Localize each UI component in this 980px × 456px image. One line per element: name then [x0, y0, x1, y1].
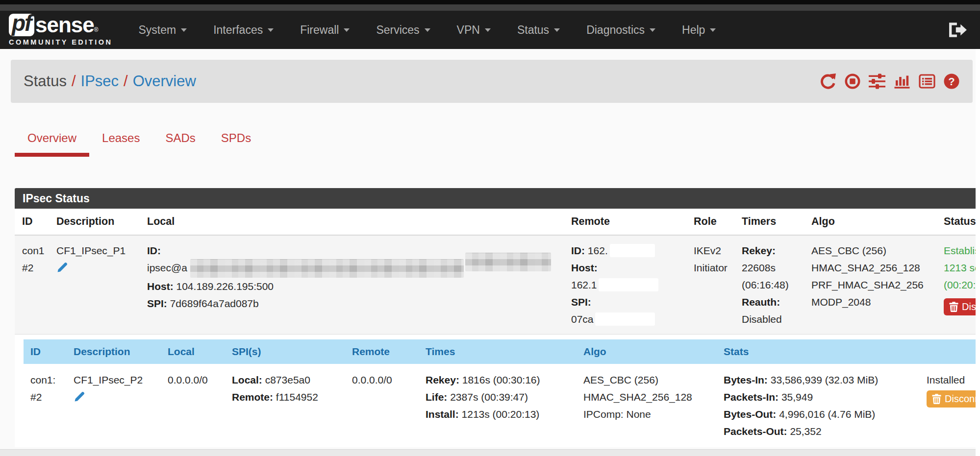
list-icon[interactable]: [918, 73, 936, 90]
algo-hash: HMAC_SHA2_256_128: [811, 259, 929, 276]
col-status: Status: [936, 209, 976, 235]
reauth-label: Reauth:: [742, 296, 780, 308]
nav-label: System: [138, 24, 176, 37]
pfsense-logo[interactable]: pf sense ® COMMUNITY EDITION: [9, 14, 112, 46]
breadcrumb-separator: /: [67, 72, 81, 90]
nav-label: VPN: [457, 24, 480, 37]
sliders-icon[interactable]: [868, 73, 886, 90]
cell-local: 0.0.0.0/0: [161, 364, 225, 447]
nav-interfaces[interactable]: Interfaces: [200, 24, 287, 37]
local-host-label: Host:: [147, 281, 174, 292]
spi-local-value: c873e5a0: [265, 374, 310, 385]
redacted-blur: [190, 259, 464, 278]
child-sa-row: con1: #2 CF1_IPsec_P2 0.0.0.0/0: [24, 364, 976, 447]
nav-menu: System Interfaces Firewall Services VPN …: [125, 24, 729, 37]
col-remote: Remote: [345, 339, 419, 364]
cell-stats: Bytes-In: 33,586,939 (32.03 MiB) Packets…: [717, 364, 920, 447]
col-id: ID: [24, 339, 67, 364]
conn-id: con1:: [30, 371, 60, 388]
ike-sa-row: con1 #2 CF1_IPsec_P1 ID: ipsec@a: [15, 235, 976, 335]
install-value: 1213s (00:20:13): [462, 408, 540, 420]
svg-text:?: ?: [948, 75, 955, 88]
nav-firewall[interactable]: Firewall: [287, 24, 363, 37]
remote-net: 0.0.0.0/0: [352, 371, 412, 388]
tab-overview[interactable]: Overview: [15, 131, 89, 157]
cell-local: ID: ipsec@a Host: 104.189.226.195:500 SP…: [140, 235, 564, 335]
page-title: Status/IPsec/Overview: [24, 72, 196, 90]
algo-ipcomp: IPComp: None: [583, 406, 710, 423]
col-description: Description: [67, 339, 161, 364]
install-label: Install:: [426, 408, 459, 420]
col-timers: Timers: [734, 209, 804, 235]
page-content: Status/IPsec/Overview ? Overview Leases …: [0, 49, 976, 456]
tab-leases[interactable]: Leases: [89, 131, 152, 157]
col-remote: Remote: [564, 209, 686, 235]
pencil-icon[interactable]: [74, 390, 85, 408]
ike-sa-table: ID Description Local Remote Role Timers …: [15, 209, 976, 335]
rekey-value: 22608s: [742, 259, 797, 276]
cell-timers: Rekey: 22608s (06:16:48) Reauth: Disable…: [734, 235, 804, 335]
redacted-blur: [465, 253, 551, 271]
status-state: Installed: [927, 371, 976, 388]
tab-spds[interactable]: SPDs: [208, 131, 264, 157]
chevron-down-icon: [268, 28, 274, 32]
question-icon[interactable]: ?: [943, 73, 960, 90]
tab-bar: Overview Leases SADs SPDs: [15, 131, 976, 157]
nav-system[interactable]: System: [125, 24, 200, 37]
cell-id: con1 #2: [15, 235, 49, 335]
conn-num: #2: [22, 259, 42, 276]
brand-top: pf sense ®: [9, 14, 112, 36]
nav-label: Services: [376, 24, 419, 37]
child-sa-table: ID Description Local SPI(s) Remote Times…: [24, 339, 976, 447]
page-bottom-band: [0, 449, 976, 456]
nav-services[interactable]: Services: [363, 24, 443, 37]
local-id-value: ipsec@a: [147, 262, 187, 273]
status-state: Established: [944, 242, 976, 259]
disconnect-button[interactable]: Disconnect: [944, 298, 976, 315]
chevron-down-icon: [710, 28, 716, 32]
remote-spi-value: 07ca: [571, 313, 594, 325]
bar-chart-icon[interactable]: [893, 73, 911, 90]
refresh-icon[interactable]: [819, 73, 837, 90]
nav-vpn[interactable]: VPN: [444, 24, 504, 37]
sign-out-icon[interactable]: [949, 22, 967, 38]
tab-sads[interactable]: SADs: [152, 131, 208, 157]
nav-status[interactable]: Status: [504, 24, 573, 37]
conn-num: #2: [30, 388, 60, 406]
disconnect-button[interactable]: Disconnect: [927, 390, 976, 408]
chevron-down-icon: [650, 28, 655, 32]
chevron-down-icon: [425, 28, 430, 32]
col-stats: Stats: [717, 339, 920, 364]
col-id: ID: [15, 209, 49, 235]
chevron-down-icon: [485, 28, 491, 32]
pf-logo-text: pf: [12, 10, 31, 36]
remote-spi-label: SPI:: [571, 296, 591, 308]
description-text: CF1_IPsec_P1: [56, 242, 132, 259]
rekey-label: Rekey:: [426, 374, 459, 385]
main-navbar: pf sense ® COMMUNITY EDITION System Inte…: [0, 11, 980, 49]
rekey-label: Rekey:: [742, 245, 776, 256]
nav-diagnostics[interactable]: Diagnostics: [573, 24, 669, 37]
nav-label: Firewall: [300, 24, 339, 37]
nav-help[interactable]: Help: [669, 24, 729, 37]
breadcrumb-link-ipsec[interactable]: IPsec: [81, 72, 119, 90]
bytes-in-label: Bytes-In:: [724, 374, 768, 385]
cell-algo: AES_CBC (256) HMAC_SHA2_256_128 IPComp: …: [577, 364, 717, 447]
nav-label: Diagnostics: [586, 24, 645, 37]
packets-out-value: 25,352: [790, 426, 821, 437]
brand-name: sense: [35, 14, 94, 36]
pencil-icon[interactable]: [56, 261, 68, 278]
cell-algo: AES_CBC (256) HMAC_SHA2_256_128 PRF_HMAC…: [804, 235, 936, 335]
cell-spis: Local: c873e5a0 Remote: f1154952: [225, 364, 345, 447]
packets-in-label: Packets-In:: [724, 391, 779, 403]
nav-label: Help: [682, 24, 705, 37]
stop-circle-icon[interactable]: [844, 73, 861, 90]
conn-id: con1: [22, 242, 42, 259]
breadcrumb-separator: /: [119, 72, 133, 90]
role-version: IKEv2: [694, 242, 727, 259]
breadcrumb: Status/IPsec/Overview ?: [11, 60, 973, 103]
bytes-in-value: 33,586,939 (32.03 MiB): [771, 374, 878, 385]
role-value: Initiator: [694, 259, 727, 276]
trash-icon: [932, 394, 941, 404]
breadcrumb-link-overview[interactable]: Overview: [133, 72, 196, 90]
